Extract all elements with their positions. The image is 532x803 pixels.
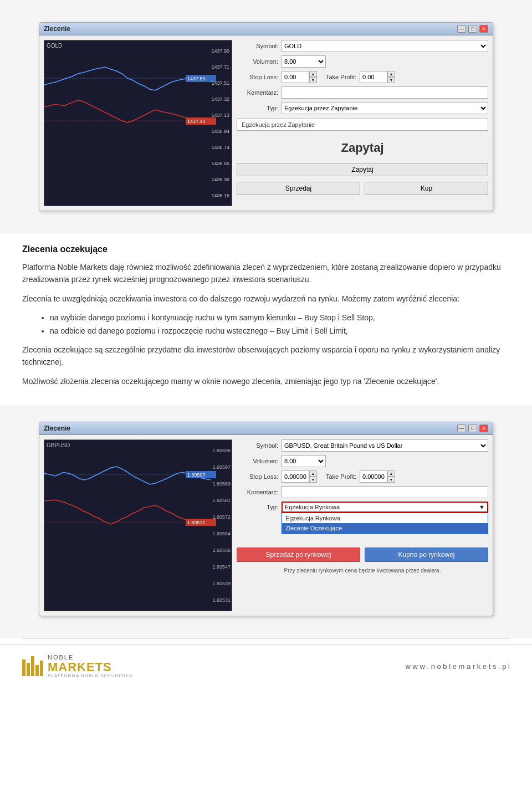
typ-row: Typ: Egzekucja przez Zapytanie bbox=[237, 102, 488, 114]
komentarz-label: Komentarz: bbox=[237, 89, 278, 96]
window2-body: GBPUSD 1.60597 1.60572 1.60606 1.60597 1… bbox=[39, 435, 493, 616]
zapytaj-display: Zapytaj bbox=[237, 141, 488, 155]
takeprofit2-spinbtns: ▲ ▼ bbox=[387, 470, 395, 483]
paragraph4: Możliwość złożenia zlecenia oczekującego… bbox=[22, 375, 510, 387]
stoploss2-row: Stop Loss: ▲ ▼ Take Profit: ▲ ▼ bbox=[237, 470, 488, 483]
volumen-label: Volumen: bbox=[237, 58, 278, 65]
svg-text:1.60597: 1.60597 bbox=[187, 472, 206, 478]
window1: Zlecenie — □ ✕ GOLD 1437.80 bbox=[39, 22, 493, 211]
typ-select[interactable]: Egzekucja przez Zapytanie bbox=[282, 102, 488, 114]
volumen2-row: Volumen: 8.00 bbox=[237, 455, 488, 467]
paragraph2: Zlecenia te uwzględniają oczekiwania inw… bbox=[22, 293, 510, 305]
section-title: Zlecenia oczekujące bbox=[22, 244, 510, 254]
form1-panel: Symbol: GOLD Volumen: 8.00 Stop Loss: ▲ … bbox=[237, 40, 488, 206]
stoploss-down[interactable]: ▼ bbox=[309, 77, 317, 83]
minimize-button[interactable]: — bbox=[457, 25, 466, 33]
price-label: 1436.55 bbox=[211, 161, 231, 166]
dropdown-item-rynkowa[interactable]: Egzekucja Rynkowa bbox=[282, 513, 488, 523]
takeprofit2-input[interactable] bbox=[360, 470, 387, 483]
logo-sub: PLATFORMA NOBLE SECURITIES bbox=[48, 674, 132, 679]
stoploss2-input[interactable] bbox=[282, 470, 309, 483]
typ-label: Typ: bbox=[237, 105, 278, 111]
price-label: 1437.13 bbox=[211, 112, 231, 118]
stoploss2-down[interactable]: ▼ bbox=[309, 477, 317, 483]
takeprofit2-up[interactable]: ▲ bbox=[387, 470, 395, 477]
stoploss2-spinbtns: ▲ ▼ bbox=[309, 470, 317, 483]
restore-button2[interactable]: □ bbox=[468, 424, 477, 432]
dropdown-item-oczekujace[interactable]: Zlecenie Oczekujące bbox=[282, 523, 488, 533]
logo-bar-3 bbox=[31, 656, 34, 676]
price-label: 1437.90 bbox=[211, 48, 231, 54]
chart2: GBPUSD 1.60597 1.60572 1.60606 1.60597 1… bbox=[44, 439, 232, 611]
price-label: 1436.74 bbox=[211, 145, 231, 150]
symbol2-select[interactable]: GBPUSD, Great Britain Pound vs US Dollar bbox=[282, 439, 488, 452]
logo-text: NOBLE MARKETS PLATFORMA NOBLE SECURITIES bbox=[48, 654, 132, 679]
volumen-select[interactable]: 8.00 bbox=[282, 55, 326, 68]
buy-rynkowej-button[interactable]: Kupno po rynkowej bbox=[365, 548, 488, 562]
form2-panel: Symbol: GBPUSD, Great Britain Pound vs U… bbox=[237, 439, 488, 611]
dropdown-arrow-icon: ▼ bbox=[479, 504, 485, 510]
komentarz-row: Komentarz: bbox=[237, 86, 488, 99]
buy-button[interactable]: Kup bbox=[365, 182, 488, 195]
typ2-select-box[interactable]: Egzekucja Rynkowa ▼ bbox=[282, 502, 488, 513]
action-buttons2: Sprzedaż po rynkowej Kupno po rynkowej bbox=[237, 548, 488, 562]
takeprofit2-spin: ▲ ▼ bbox=[360, 470, 395, 483]
takeprofit-up[interactable]: ▲ bbox=[387, 71, 395, 77]
price-label: 1437.32 bbox=[211, 96, 231, 102]
close-button[interactable]: ✕ bbox=[479, 25, 488, 33]
price-label: 1436.36 bbox=[211, 177, 231, 182]
chart1-prices: 1437.90 1437.71 1437.51 1437.32 1437.13 … bbox=[211, 40, 231, 206]
takeprofit2-down[interactable]: ▼ bbox=[387, 477, 395, 483]
symbol2-row: Symbol: GBPUSD, Great Britain Pound vs U… bbox=[237, 439, 488, 452]
stoploss-row: Stop Loss: ▲ ▼ Take Profit: ▲ ▼ bbox=[237, 71, 488, 83]
takeprofit-down[interactable]: ▼ bbox=[387, 77, 395, 83]
info-box: Egzekucja przez Zapytanie bbox=[237, 119, 488, 131]
volumen2-select[interactable]: 8.00 bbox=[282, 455, 326, 467]
window2: Zlecenie — □ ✕ GBPUSD 1.60597 1.60572 1.… bbox=[39, 422, 493, 616]
symbol-row: Symbol: GOLD bbox=[237, 40, 488, 52]
price-label: 1436.16 bbox=[211, 193, 231, 198]
chart2-svg: 1.60597 1.60572 bbox=[44, 440, 216, 612]
close-button2[interactable]: ✕ bbox=[479, 424, 488, 432]
symbol-label: Symbol: bbox=[237, 43, 278, 49]
price-label: 1437.51 bbox=[211, 80, 231, 86]
chart1: GOLD 1437.80 1437.10 1437.90 1437.71 143 bbox=[44, 40, 232, 206]
window2-titlebar: Zlecenie — □ ✕ bbox=[39, 422, 493, 435]
info-text2: Przy zleceniu rynkowym cena będzie kwoto… bbox=[237, 567, 488, 574]
svg-text:1437.10: 1437.10 bbox=[187, 119, 206, 124]
logo-bar-2 bbox=[27, 663, 30, 676]
window1-titlebar: Zlecenie — □ ✕ bbox=[39, 23, 493, 35]
typ2-dropdown-container: Egzekucja Rynkowa ▼ Egzekucja Rynkowa Zl… bbox=[282, 502, 488, 513]
footer-divider bbox=[22, 638, 510, 639]
takeprofit2-label: Take Profit: bbox=[326, 473, 356, 480]
stoploss-spin: ▲ ▼ bbox=[282, 71, 317, 83]
zapytaj-button[interactable]: Zapytaj bbox=[237, 163, 488, 176]
typ2-dropdown-menu: Egzekucja Rynkowa Zlecenie Oczekujące bbox=[282, 513, 488, 534]
symbol2-label: Symbol: bbox=[237, 442, 278, 449]
sell-rynkowej-button[interactable]: Sprzedaż po rynkowej bbox=[237, 548, 360, 562]
stoploss-up[interactable]: ▲ bbox=[309, 71, 317, 77]
stoploss-spinbtns: ▲ ▼ bbox=[309, 71, 317, 83]
sell-button[interactable]: Sprzedaj bbox=[237, 182, 360, 195]
stoploss2-spin: ▲ ▼ bbox=[282, 470, 317, 483]
takeprofit-input[interactable] bbox=[360, 71, 387, 83]
minimize-button2[interactable]: — bbox=[457, 424, 466, 432]
symbol-select[interactable]: GOLD bbox=[282, 40, 488, 52]
footer-url: w w w . n o b l e m a r k e t s . p l bbox=[405, 662, 510, 671]
takeprofit-spinbtns: ▲ ▼ bbox=[387, 71, 395, 83]
action-buttons: Sprzedaj Kup bbox=[237, 182, 488, 195]
stoploss-input[interactable] bbox=[282, 71, 309, 83]
bullet-item-2: na odbicie od danego poziomu i rozpoczęc… bbox=[50, 325, 510, 338]
volumen-row: Volumen: 8.00 bbox=[237, 55, 488, 68]
window1-controls: — □ ✕ bbox=[457, 25, 488, 33]
logo-bar-4 bbox=[35, 665, 39, 676]
chart2-prices: 1.60606 1.60597 1.60589 1.60581 1.60572 … bbox=[212, 440, 231, 611]
stoploss2-up[interactable]: ▲ bbox=[309, 470, 317, 477]
logo-bar-5 bbox=[40, 661, 43, 676]
window1-title: Zlecenie bbox=[44, 25, 70, 33]
paragraph3: Zlecenia oczekujące są szczególnie przyd… bbox=[22, 344, 510, 369]
logo-area: NOBLE MARKETS PLATFORMA NOBLE SECURITIES bbox=[22, 654, 132, 679]
komentarz2-input[interactable] bbox=[282, 486, 488, 498]
komentarz-input[interactable] bbox=[282, 86, 488, 99]
restore-button[interactable]: □ bbox=[468, 25, 477, 33]
